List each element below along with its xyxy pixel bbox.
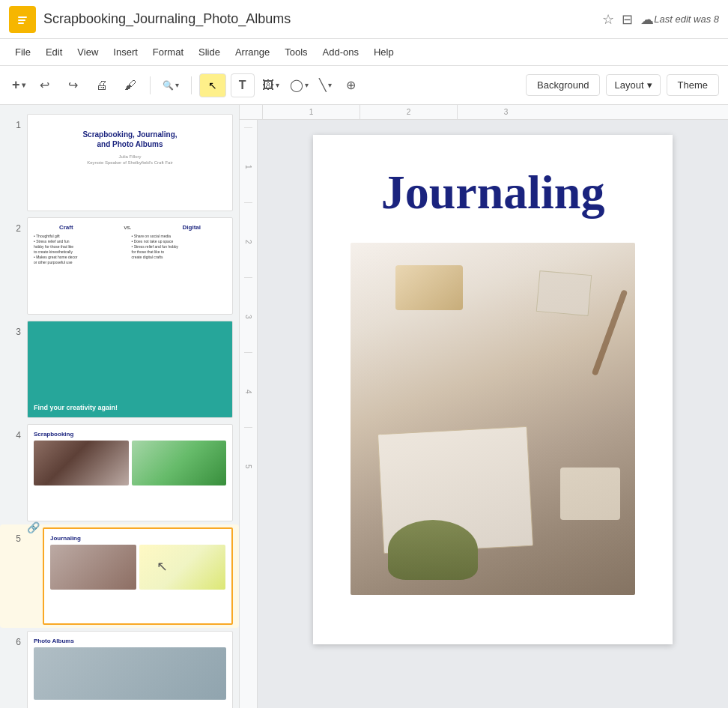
slide-num-1: 1 [6, 114, 21, 130]
menu-addons[interactable]: Add-ons [317, 43, 365, 61]
shape-icon: ◯ [290, 78, 303, 92]
ruler-v-mark-2: 2 [244, 202, 252, 277]
menu-slide[interactable]: Slide [192, 43, 226, 61]
slide-item-5[interactable]: 5 🔗 Journaling ↖ [0, 524, 239, 628]
cloud-icon[interactable]: ☁ [640, 11, 654, 28]
menu-help[interactable]: Help [368, 43, 400, 61]
slide-item-3[interactable]: 3 Find your creativity again! [0, 318, 239, 421]
separator-2 [191, 76, 192, 94]
text-button[interactable]: T [231, 73, 255, 97]
toolbar-right: Background Layout ▾ Theme [526, 74, 719, 96]
print-button[interactable]: 🖨 [90, 73, 114, 97]
slide-item-4[interactable]: 4 Scrapbooking [0, 421, 239, 524]
plus-icon: + [12, 77, 20, 93]
slide-num-2: 2 [6, 217, 21, 234]
image-icon: 🖼 [262, 79, 274, 92]
shape-button[interactable]: ◯ ▾ [287, 73, 312, 97]
slide-item-1[interactable]: 1 Scrapbooking, Journaling,and Photo Alb… [0, 111, 239, 214]
select-tool-button[interactable]: ↖ [199, 73, 226, 97]
line-button[interactable]: ╲ ▾ [316, 73, 335, 97]
slide-1-title: Scrapbooking, Journaling,and Photo Album… [82, 130, 177, 149]
slide-main-title: Journaling [343, 165, 643, 220]
toolbar: + ▾ ↩ ↪ 🖨 🖌 🔍 ▾ ↖ T 🖼 ▾ ◯ ▾ ╲ ▾ ⊕ Backgr… [0, 66, 728, 105]
slide-5-content: Journaling ↖ [44, 529, 231, 623]
photo-overlay [351, 243, 635, 595]
star-icon[interactable]: ☆ [602, 11, 614, 28]
slide-6-image [34, 647, 226, 700]
slide-num-4: 4 [6, 424, 21, 441]
ruler-top: 1 2 3 [240, 105, 728, 120]
undo-button[interactable]: ↩ [33, 73, 57, 97]
svg-rect-1 [18, 16, 27, 18]
slide-canvas: Journaling [258, 120, 728, 708]
slide-5-img-right: ↖ [139, 545, 225, 590]
slide-5-images: ↖ [50, 545, 225, 590]
image-button[interactable]: 🖼 ▾ [259, 73, 282, 97]
ruler-v-mark-4: 4 [244, 352, 252, 427]
cursor-icon: ↖ [208, 79, 217, 91]
layout-button[interactable]: Layout ▾ [606, 74, 660, 96]
slide-panel: 1 Scrapbooking, Journaling,and Photo Alb… [0, 105, 240, 708]
slide-thumb-5[interactable]: Journaling ↖ [43, 527, 233, 625]
menu-arrange[interactable]: Arrange [229, 43, 276, 61]
slide-4-title: Scrapbooking [34, 431, 226, 438]
add-button[interactable]: + ▾ [9, 73, 28, 97]
slide-item-6[interactable]: 6 Photo Albums [0, 628, 239, 708]
theme-button[interactable]: Theme [667, 74, 719, 96]
ruler-mark-3: 3 [457, 105, 554, 119]
slide-num-3: 3 [6, 321, 21, 337]
zoom-button[interactable]: 🔍 ▾ [158, 73, 183, 97]
menu-format[interactable]: Format [147, 43, 189, 61]
slide-2-header: Craft vs. Digital [34, 224, 226, 231]
menu-edit[interactable]: Edit [40, 43, 68, 61]
canvas-wrapper: 1 2 3 4 5 Journaling [240, 120, 728, 708]
title-bar: Scrapbooking_Journaling_Photo_Albums ☆ ⊟… [0, 0, 728, 39]
comment-button[interactable]: ⊕ [339, 73, 363, 97]
slide-page[interactable]: Journaling [313, 135, 673, 644]
ruler-mark-2: 2 [360, 105, 457, 119]
slide-item-2[interactable]: 2 Craft vs. Digital • Thoughtful gift• S… [0, 214, 239, 318]
slide-2-content: Craft vs. Digital • Thoughtful gift• Str… [28, 218, 232, 314]
folder-icon[interactable]: ⊟ [622, 11, 633, 28]
slide-2-col1: • Thoughtful gift• Stress relief and fun… [34, 234, 129, 265]
slide-thumb-3[interactable]: Find your creativity again! [27, 321, 233, 418]
paint-format-button[interactable]: 🖌 [118, 73, 142, 97]
slide-2-bullets2: • Share on social media• Does not take u… [132, 234, 227, 260]
ruler-mark-1: 1 [262, 105, 360, 119]
title-icons: ☆ ⊟ ☁ [602, 11, 654, 28]
slide-6-title: Photo Albums [34, 638, 226, 644]
svg-rect-2 [18, 19, 25, 21]
document-title: Scrapbooking_Journaling_Photo_Albums [43, 11, 602, 27]
zoom-icon: 🔍 [163, 80, 174, 91]
menu-view[interactable]: View [71, 43, 104, 61]
slide-thumb-4[interactable]: Scrapbooking [27, 424, 233, 521]
redo-button[interactable]: ↪ [61, 73, 85, 97]
menu-file[interactable]: File [9, 43, 37, 61]
slide-2-digital: Digital [183, 224, 201, 231]
slide-3-bg: Find your creativity again! [28, 321, 232, 417]
slide-2-vs: vs. [124, 224, 131, 231]
menu-bar: File Edit View Insert Format Slide Arran… [0, 39, 728, 66]
menu-tools[interactable]: Tools [279, 43, 313, 61]
slide-4-img-right [132, 441, 227, 485]
background-button[interactable]: Background [526, 74, 600, 96]
slide-4-content: Scrapbooking [28, 425, 232, 521]
layout-arrow: ▾ [647, 79, 652, 91]
slide-1-subtitle: Julia FilloryKeynote Speaker of Shelbyfi… [87, 154, 173, 166]
slide-1-content: Scrapbooking, Journaling,and Photo Album… [28, 115, 232, 211]
slide-5-link-icon: 🔗 [27, 521, 40, 533]
slide-thumb-6[interactable]: Photo Albums [27, 631, 233, 708]
line-icon: ╲ [319, 78, 327, 92]
ruler-v-mark-1: 1 [244, 127, 252, 202]
main-area: 1 Scrapbooking, Journaling,and Photo Alb… [0, 105, 728, 708]
slide-2-cols: • Thoughtful gift• Stress relief and fun… [34, 234, 226, 265]
slide-thumb-1[interactable]: Scrapbooking, Journaling,and Photo Album… [27, 114, 233, 211]
slide-thumb-2[interactable]: Craft vs. Digital • Thoughtful gift• Str… [27, 217, 233, 315]
menu-insert[interactable]: Insert [107, 43, 144, 61]
slide-2-col2: • Share on social media• Does not take u… [132, 234, 227, 265]
separator-1 [150, 76, 151, 94]
layout-label: Layout [614, 79, 643, 91]
line-dropdown: ▾ [328, 81, 332, 89]
zoom-dropdown: ▾ [175, 81, 179, 89]
slide-num-5: 5 [6, 527, 21, 544]
